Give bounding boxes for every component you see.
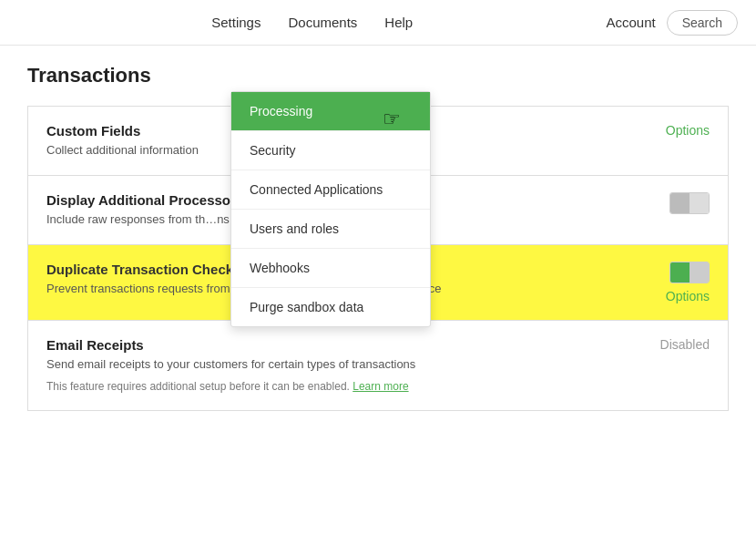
- duplicate-transaction-toggle[interactable]: [669, 262, 710, 283]
- toggle-right: [690, 193, 709, 213]
- nav-documents[interactable]: Documents: [288, 15, 357, 30]
- dropdown-item-purge-sandbox[interactable]: Purge sandbox data: [231, 288, 430, 326]
- top-nav: Settings Documents Help Account Search: [0, 0, 756, 46]
- nav-help[interactable]: Help: [384, 15, 413, 30]
- email-receipts-sub: This feature requires additional setup b…: [46, 379, 637, 395]
- page-title: Transactions: [27, 64, 729, 87]
- toggle-on: [670, 262, 690, 283]
- toggle-left: [670, 193, 690, 213]
- duplicate-transaction-action: Options: [637, 262, 710, 303]
- email-receipts-disabled: Disabled: [660, 337, 710, 352]
- custom-fields-action: Options: [637, 123, 710, 138]
- dropdown-item-processing[interactable]: Processing: [231, 92, 430, 131]
- email-receipts-info: Email Receipts Send email receipts to yo…: [46, 337, 637, 394]
- duplicate-transaction-options[interactable]: Options: [666, 289, 710, 303]
- nav-account[interactable]: Account: [606, 15, 655, 30]
- nav-search[interactable]: Search: [667, 10, 738, 36]
- dropdown-item-connected-applications[interactable]: Connected Applications: [231, 170, 430, 210]
- dropdown-item-security[interactable]: Security: [231, 131, 430, 170]
- custom-fields-options[interactable]: Options: [666, 123, 710, 138]
- email-receipts-action: Disabled: [637, 337, 710, 352]
- toggle-off: [690, 262, 709, 283]
- learn-more-link[interactable]: Learn more: [352, 380, 408, 393]
- display-additional-toggle[interactable]: [669, 192, 710, 214]
- settings-dropdown: Processing Security Connected Applicatio…: [230, 91, 431, 327]
- nav-links: Settings Documents Help: [211, 15, 413, 30]
- email-receipts-label: Email Receipts: [46, 337, 637, 353]
- email-receipts-row: Email Receipts Send email receipts to yo…: [27, 320, 729, 411]
- email-receipts-desc: Send email receipts to your customers fo…: [46, 356, 637, 373]
- main-content: Transactions Custom Fields Collect addit…: [0, 46, 756, 428]
- dropdown-item-users-roles[interactable]: Users and roles: [231, 210, 430, 249]
- nav-settings[interactable]: Settings: [211, 15, 261, 30]
- display-additional-action: [637, 192, 710, 214]
- dropdown-item-webhooks[interactable]: Webhooks: [231, 249, 430, 288]
